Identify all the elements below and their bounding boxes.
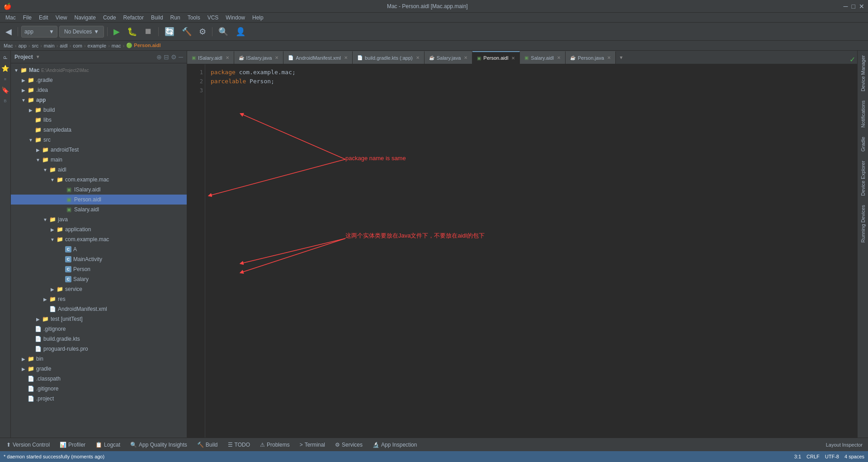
menu-view[interactable]: View [52,14,71,22]
tab-salary-java-close[interactable]: ✕ [464,55,467,60]
tree-com-example-mac-aidl[interactable]: ▼ 📁 com.example.mac [11,175,187,185]
breadcrumb-example[interactable]: example [88,43,107,48]
tree-person-class[interactable]: C Person [11,264,187,274]
encoding[interactable]: UTF-8 [825,454,839,459]
project-dropdown-icon[interactable]: ▼ [36,54,40,59]
tree-res-folder[interactable]: ▶ 📁 res [11,294,187,304]
tree-bin-folder[interactable]: ▶ 📁 bin [11,354,187,364]
sidebar-icon-project[interactable]: P [0,52,10,62]
settings-button[interactable]: ⚙ [196,25,209,38]
bottom-tab-build[interactable]: 🔨 Build [193,439,222,451]
tree-mainactivity[interactable]: C MainActivity [11,254,187,264]
tabs-more-button[interactable]: ▾ [616,51,627,64]
breadcrumb-main[interactable]: main [44,43,55,48]
profile-button[interactable]: 👤 [233,25,248,38]
tree-classpath[interactable]: 📄 .classpath [11,374,187,384]
bottom-tab-services[interactable]: ⚙ Services [330,439,367,451]
tab-androidmanifest[interactable]: 📄 AndroidManifest.xml ✕ [283,51,353,64]
tree-build-folder[interactable]: ▶ 📁 build [11,105,187,115]
minimize-panel-icon[interactable]: ─ [179,53,183,61]
tab-person-aidl-close[interactable]: ✕ [511,56,515,61]
bottom-tab-todo[interactable]: ☰ TODO [223,439,255,451]
tree-app-folder[interactable]: ▼ 📁 app [11,95,187,105]
tree-com-example-mac-java[interactable]: ▼ 📁 com.example.mac [11,234,187,244]
maximize-button[interactable]: □ [852,3,855,10]
bottom-tab-logcat[interactable]: 📋 Logcat [91,439,125,451]
sidebar-icon-favorites[interactable]: ⭐ [0,63,10,73]
breadcrumb-app[interactable]: app [18,43,26,48]
tree-main-folder[interactable]: ▼ 📁 main [11,155,187,165]
stop-button[interactable]: ⏹ [142,25,155,38]
breadcrumb-com[interactable]: com [73,43,82,48]
right-panel-device-explorer[interactable]: Device Explorer [859,156,868,200]
menu-mac[interactable]: Mac [2,14,19,22]
app-dropdown[interactable]: app ▼ [21,26,57,38]
tree-person-aidl[interactable]: ▣ Person.aidl [11,195,187,205]
tab-build-gradle-close[interactable]: ✕ [416,55,420,60]
bottom-tab-profiler[interactable]: 📊 Profiler [55,439,90,451]
tab-isalary-aidl[interactable]: ▣ ISalary.aidl ✕ [187,51,234,64]
collapse-all-icon[interactable]: ⊟ [164,53,169,61]
tree-test-folder[interactable]: ▶ 📁 test [unitTest] [11,314,187,324]
tab-isalary-java-close[interactable]: ✕ [275,55,278,60]
tree-gradle-folder[interactable]: ▶ 📁 .gradle [11,75,187,85]
tree-androidmanifest[interactable]: 📄 AndroidManifest.xml [11,304,187,314]
tab-salary-aidl-close[interactable]: ✕ [557,55,561,60]
menu-run[interactable]: Run [167,14,184,22]
menu-edit[interactable]: Edit [35,14,52,22]
tree-service-folder[interactable]: ▶ 📁 service [11,284,187,294]
menu-code[interactable]: Code [99,14,120,22]
minimize-button[interactable]: ─ [844,3,848,10]
tree-java-folder[interactable]: ▼ 📁 java [11,214,187,224]
sync-button[interactable]: 🔄 [162,25,177,38]
cursor-position[interactable]: 3:1 [794,454,801,459]
tree-aidl-folder[interactable]: ▼ 📁 aidl [11,165,187,175]
tab-androidmanifest-close[interactable]: ✕ [344,55,348,60]
right-panel-running-devices[interactable]: Running Devices [859,200,868,247]
no-devices-dropdown[interactable]: No Devices ▼ [59,26,104,38]
line-separator[interactable]: CRLF [807,454,820,459]
debug-button[interactable]: 🐛 [124,25,140,38]
indent-info[interactable]: 4 spaces [844,454,864,459]
tree-isalary-aidl[interactable]: ▣ ISalary.aidl [11,185,187,195]
breadcrumb-file[interactable]: 🟢 Person.aidl [126,43,160,48]
tab-person-aidl[interactable]: ▣ Person.aidl ✕ [472,51,520,64]
menu-vcs[interactable]: VCS [204,14,222,22]
sidebar-icon-bookmarks[interactable]: 🔖 [0,85,10,95]
locate-file-icon[interactable]: ⊕ [156,53,162,61]
tree-idea-folder[interactable]: ▶ 📁 .idea [11,85,187,95]
breadcrumb-mac[interactable]: Mac [4,43,13,48]
filetree-content[interactable]: ▼ 📁 Mac E:\AndroidProject2\Mac ▶ 📁 .grad… [11,63,187,438]
tree-salary-class[interactable]: C Salary [11,274,187,284]
tree-src-folder[interactable]: ▼ 📁 src [11,135,187,145]
close-button[interactable]: ✕ [859,3,864,10]
tree-project-file[interactable]: 📄 .project [11,394,187,404]
tab-person-java[interactable]: ☕ Person.java ✕ [566,51,616,64]
tree-app-gitignore[interactable]: 📄 .gitignore [11,324,187,334]
tab-salary-java[interactable]: ☕ Salary.java ✕ [425,51,473,64]
menu-window[interactable]: Window [222,14,249,22]
run-button[interactable]: ▶ [111,25,123,38]
bottom-tab-version-control[interactable]: ⬆ Version Control [2,439,54,451]
bottom-tab-problems[interactable]: ⚠ Problems [255,439,294,451]
tree-sampledata-folder[interactable]: 📁 sampledata [11,125,187,135]
breadcrumb-src[interactable]: src [32,43,38,48]
tab-build-gradle[interactable]: 📄 build.gradle.kts (:app) ✕ [353,51,425,64]
options-icon[interactable]: ⚙ [171,53,177,61]
breadcrumb-aidl[interactable]: aidl [60,43,67,48]
sidebar-icon-build-variants[interactable]: B [0,96,10,106]
layout-inspector-link[interactable]: Layout Inspector [822,442,866,448]
menu-build[interactable]: Build [147,14,167,22]
menu-navigate[interactable]: Navigate [71,14,99,22]
tree-class-a[interactable]: C A [11,244,187,254]
right-panel-notifications[interactable]: Notifications [859,96,868,132]
tree-root[interactable]: ▼ 📁 Mac E:\AndroidProject2\Mac [11,65,187,75]
build-button[interactable]: 🔨 [179,25,194,38]
right-panel-gradle[interactable]: Gradle [859,132,868,156]
breadcrumb-macpkg[interactable]: mac [112,43,121,48]
bottom-tab-app-quality[interactable]: 🔍 App Quality Insights [126,439,192,451]
bottom-tab-terminal[interactable]: > Terminal [295,439,330,451]
tree-libs-folder[interactable]: 📁 libs [11,115,187,125]
code-editor[interactable]: package com.example.mac; parcelable Pers… [205,64,857,438]
bottom-tab-app-inspection[interactable]: 🔬 App Inspection [368,439,421,451]
